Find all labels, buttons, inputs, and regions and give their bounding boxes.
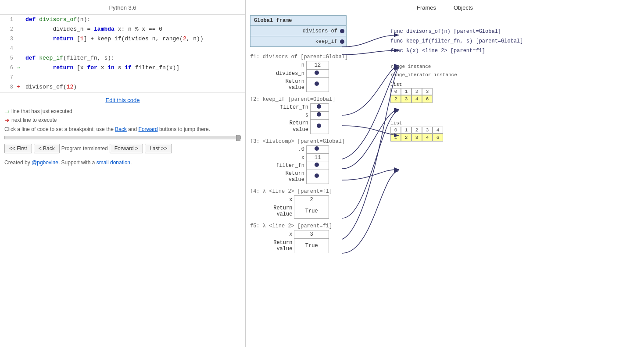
red-arrow-icon: ➜: [4, 116, 10, 124]
code-text-8: divisors_of(12): [25, 82, 77, 92]
func-label-2: func keep_if(filter_fn, s) [parent=Globa…: [390, 38, 640, 44]
f2-var-return: Returnvalue: [250, 119, 311, 134]
range-iterator-instance: range_iterator instance: [390, 71, 640, 78]
objects-header: Objects: [445, 4, 640, 11]
footer-text-after: .: [130, 159, 132, 166]
f4-val-x: 2: [294, 196, 329, 204]
forward-link[interactable]: Forward: [139, 126, 158, 132]
code-line-4[interactable]: 4: [4, 44, 241, 53]
code-line-2[interactable]: 2 divides_n = lambda x: n % x == 0: [4, 25, 241, 34]
list-1-idx-1: 1: [401, 88, 411, 95]
edit-link-area: Edit this code: [0, 97, 245, 103]
forward-button[interactable]: Forward >: [110, 144, 143, 153]
range-iterator-label: range_iterator instance: [390, 72, 457, 78]
line-num-4: 4: [4, 44, 13, 53]
code-line-6[interactable]: 6 ⇒ return [x for x in s if filter_fn(x)…: [4, 63, 241, 73]
left-panel: Python 3.6 1 def divisors_of(n): 2 divid…: [0, 0, 246, 347]
f2-var-s: s: [250, 111, 311, 119]
frame-f5: f5: λ <line 2> [parent=f1] x 3 Returnval…: [250, 223, 364, 253]
frame-f1: f1: divisors_of [parent=Global] n 12 div…: [250, 54, 364, 92]
footer: Created by @pgbovine. Support with a sma…: [0, 156, 245, 169]
frame-f2: f2: keep_if [parent=Global] filter_fn s …: [250, 96, 364, 134]
f3-dot-filterfn: [306, 162, 329, 170]
slider-track[interactable]: [4, 136, 241, 139]
back-button[interactable]: < Back: [34, 144, 60, 153]
f4-row-x: x 2: [250, 196, 329, 204]
frame-f3-title: f3: <listcomp> [parent=Global]: [250, 138, 364, 145]
code-line-1[interactable]: 1 def divisors_of(n):: [4, 15, 241, 25]
f2-row-return: Returnvalue: [250, 119, 329, 134]
f4-var-return: Returnvalue: [250, 204, 294, 219]
f4-row-return: Returnvalue True: [250, 204, 329, 219]
code-text-6: return [x for x in s if filter_fn(x)]: [25, 63, 179, 73]
frame-f1-table: n 12 divides_n Returnvalue: [250, 61, 329, 92]
first-button[interactable]: << First: [4, 144, 32, 153]
code-area: 1 def divisors_of(n): 2 divides_n = lamb…: [0, 14, 245, 92]
legend-green: ⇒ line that has just executed: [4, 107, 241, 116]
dot-divisors-of: [340, 29, 344, 33]
frames-header: Frames: [250, 4, 445, 11]
code-line-7[interactable]: 7: [4, 73, 241, 82]
list-1-indices: 0 1 2 3: [390, 88, 640, 95]
f5-val-x: 3: [294, 230, 329, 239]
f3-dot-dot0: [306, 145, 329, 153]
f3-row-filterfn: filter_fn: [250, 162, 329, 170]
right-panel: Frames Objects Global frame divisors_of …: [246, 0, 644, 347]
func-obj-1: func divisors_of(n) [parent=Global]: [390, 28, 640, 35]
var-divisors-of: divisors_of: [303, 28, 340, 34]
range-instance: range instance: [390, 63, 640, 69]
f1-dot-return: [306, 78, 329, 92]
f2-row-s: s: [250, 111, 329, 119]
back-link[interactable]: Back: [115, 126, 127, 132]
list-2-indices: 0 1 2 3 4: [390, 127, 640, 134]
func-label-1: func divisors_of(n) [parent=Global]: [390, 28, 640, 35]
frame-f4: f4: λ <line 2> [parent=f1] x 2 Returnval…: [250, 188, 364, 219]
line-num-6: 6: [4, 63, 13, 73]
f5-row-x: x 3: [250, 230, 329, 239]
legend-green-label: line that has just executed: [11, 107, 72, 116]
objects-column: func divisors_of(n) [parent=Global] func…: [364, 15, 640, 258]
list-1-val-3: 6: [422, 95, 433, 103]
viz-layout: Global frame divisors_of keep_if f1: div…: [250, 15, 640, 258]
code-line-8[interactable]: 8 ➜ divisors_of(12): [4, 82, 241, 92]
list-1-val-2: 4: [411, 95, 422, 103]
f1-val-n: 12: [306, 61, 329, 70]
f5-row-return: Returnvalue True: [250, 239, 329, 253]
f3-row-dot0: .0: [250, 145, 329, 153]
code-line-5[interactable]: 5 def keep_if(filter_fn, s):: [4, 53, 241, 63]
status-text: Program terminated: [61, 145, 108, 152]
f2-row-filterfn: filter_fn: [250, 103, 329, 111]
frame-f5-title: f5: λ <line 2> [parent=f1]: [250, 223, 364, 229]
f3-var-filterfn: filter_fn: [250, 162, 306, 170]
last-button[interactable]: Last >>: [145, 144, 172, 153]
f1-row-divides: divides_n: [250, 70, 329, 78]
list-label-2: list: [390, 120, 640, 126]
list-2-val-2: 3: [411, 134, 422, 142]
donate-link[interactable]: small donation: [97, 159, 130, 166]
list-1-idx-0: 0: [390, 88, 401, 95]
frame-f2-table: filter_fn s Returnvalue: [250, 103, 329, 134]
line-num-3: 3: [4, 34, 13, 44]
legend-red-label: next line to execute: [11, 116, 57, 124]
slider-thumb[interactable]: [236, 135, 240, 141]
list-obj-1: list 0 1 2 3 2 3 4 6: [390, 82, 640, 103]
frame-f3: f3: <listcomp> [parent=Global] .0 x 11 f…: [250, 138, 364, 184]
f2-dot-return: [311, 119, 329, 134]
list-2-idx-1: 1: [401, 127, 411, 134]
edit-this-code-link[interactable]: Edit this code: [105, 97, 140, 103]
line-num-1: 1: [4, 15, 13, 25]
list-1-val-1: 3: [401, 95, 411, 103]
frame-f1-title: f1: divisors_of [parent=Global]: [250, 54, 364, 60]
f5-var-x: x: [250, 230, 294, 239]
code-line-3[interactable]: 3 return [1] + keep_if(divides_n, range(…: [4, 34, 241, 44]
f1-var-return: Returnvalue: [250, 78, 306, 92]
f1-var-n: n: [250, 61, 306, 70]
f4-val-return: True: [294, 204, 329, 219]
f1-var-divides: divides_n: [250, 70, 306, 78]
line-num-8: 8: [4, 82, 13, 92]
line-arrow-8: ➜: [17, 82, 25, 92]
legend: ⇒ line that has just executed ➜ next lin…: [0, 107, 245, 124]
f3-var-x: x: [250, 153, 306, 162]
author-link[interactable]: @pgbovine: [32, 159, 58, 166]
frame-row-divisors: divisors_of: [250, 25, 346, 36]
